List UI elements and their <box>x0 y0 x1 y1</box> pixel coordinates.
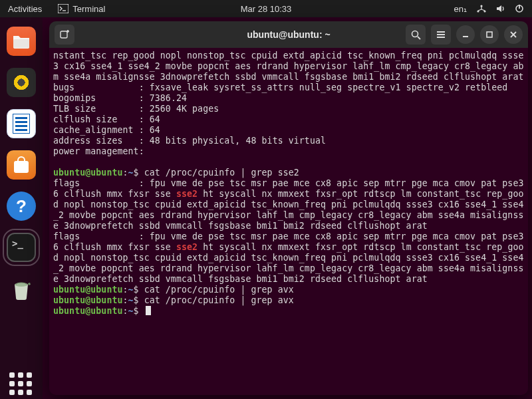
show-applications-button[interactable] <box>7 370 36 399</box>
svg-rect-18 <box>487 32 492 37</box>
terminal-output[interactable]: nstant_tsc rep_good nopl nonstop_tsc cpu… <box>49 48 528 395</box>
trash-icon <box>8 275 35 302</box>
command-text: cat /proc/cpuinfo | grep sse2 <box>144 168 299 178</box>
terminal-window: ubuntu@ubuntu: ~ nstant_tsc rep_good nop… <box>49 21 528 395</box>
output-line: bogomips : 7386.24 <box>53 93 524 104</box>
maximize-icon <box>485 30 494 39</box>
output-line: flags : fpu vme de pse tsc msr pae mce c… <box>53 231 524 285</box>
svg-rect-9 <box>61 31 67 38</box>
volume-icon[interactable] <box>496 4 505 13</box>
search-button[interactable] <box>406 25 426 45</box>
activities-button[interactable]: Activities <box>8 4 42 14</box>
prompt-line: ubuntu@ubuntu:~$ cat /proc/cpuinfo | gre… <box>53 285 524 295</box>
shopping-bag-icon <box>14 161 29 173</box>
output-line: nstant_tsc rep_good nopl nonstop_tsc cpu… <box>53 51 524 82</box>
maximize-button[interactable] <box>480 25 499 44</box>
command-text: cat /proc/cpuinfo | grep avx <box>144 285 294 295</box>
ubuntu-software-app[interactable] <box>7 150 36 180</box>
svg-line-13 <box>418 37 420 39</box>
app-menu[interactable]: Terminal <box>58 4 105 14</box>
output-line: address sizes : 48 bits physical, 48 bit… <box>53 136 524 146</box>
output-line: cache_alignment : 64 <box>53 125 524 136</box>
files-app[interactable] <box>7 27 36 56</box>
document-icon <box>13 114 30 134</box>
output-line: clflush size : 64 <box>53 114 524 125</box>
help-app[interactable]: ? <box>7 192 36 221</box>
input-source-indicator[interactable]: en₁ <box>454 4 467 14</box>
svg-rect-0 <box>58 4 68 13</box>
grep-match: sse2 <box>176 242 198 252</box>
trash[interactable] <box>7 274 36 303</box>
prompt-icon: >_ <box>12 238 23 249</box>
window-title: ubuntu@ubuntu: ~ <box>247 29 330 40</box>
prompt-line: ubuntu@ubuntu:~$ cat /proc/cpuinfo | gre… <box>53 168 524 178</box>
clock[interactable]: Mar 28 10:33 <box>241 4 292 14</box>
libreoffice-writer-app[interactable] <box>7 109 36 138</box>
minimize-button[interactable] <box>456 25 475 44</box>
terminal-app[interactable]: >_ <box>7 233 36 262</box>
cursor <box>146 306 151 315</box>
hamburger-icon <box>436 29 446 40</box>
gnome-top-bar: Activities Terminal Mar 28 10:33 en₁ <box>0 0 532 17</box>
new-tab-button[interactable] <box>55 25 74 45</box>
output-line <box>53 157 524 168</box>
network-icon[interactable] <box>476 4 487 13</box>
apps-grid-icon <box>9 372 33 396</box>
close-icon <box>509 30 518 39</box>
prompt-line: ubuntu@ubuntu:~$ <box>53 306 524 317</box>
output-line: power management: <box>53 146 524 157</box>
titlebar: ubuntu@ubuntu: ~ <box>49 21 528 48</box>
grep-match: sse2 <box>176 189 198 199</box>
output-line: flags : fpu vme de pse tsc msr pae mce c… <box>53 178 524 231</box>
close-button[interactable] <box>504 25 523 44</box>
rhythmbox-app[interactable] <box>7 68 36 97</box>
folder-icon <box>12 33 31 49</box>
search-icon <box>410 29 421 40</box>
ubuntu-dock: ? >_ <box>0 17 43 399</box>
svg-point-12 <box>412 31 418 37</box>
output-line: TLB size : 2560 4K pages <box>53 104 524 114</box>
svg-rect-7 <box>13 39 29 48</box>
prompt-line: ubuntu@ubuntu:~$ cat /proc/cpuinfo | gre… <box>53 295 524 306</box>
speaker-icon <box>13 74 30 91</box>
app-menu-label: Terminal <box>72 4 105 14</box>
hamburger-menu-button[interactable] <box>431 25 451 45</box>
minimize-icon <box>461 30 470 39</box>
power-icon[interactable] <box>515 4 524 13</box>
output-line: bugs : fxsave_leak sysret_ss_attrs null_… <box>53 82 524 93</box>
command-text: cat /proc/cpuinfo | grep avx <box>144 295 294 305</box>
terminal-icon <box>58 4 68 13</box>
new-tab-icon <box>59 29 70 40</box>
